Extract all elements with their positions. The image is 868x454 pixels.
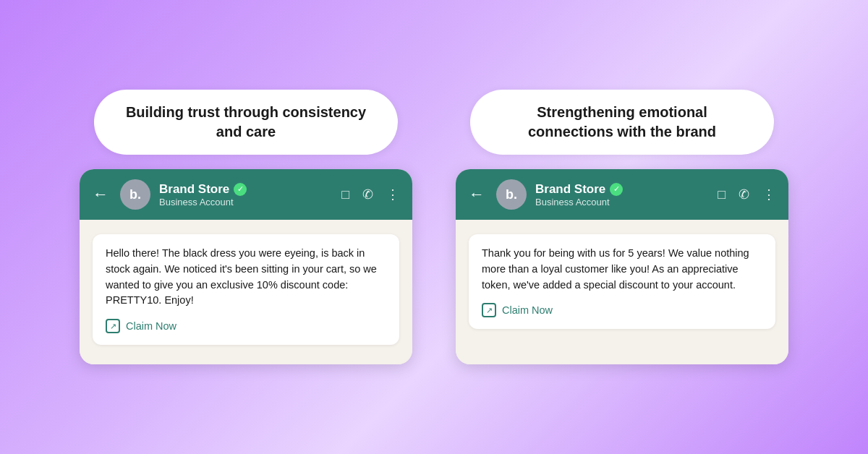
header-subtitle-2: Business Account (535, 197, 709, 207)
phone-icon-1[interactable]: ✆ (362, 187, 373, 202)
verified-icon-1: ✓ (234, 183, 247, 196)
header-name-row-1: Brand Store ✓ (159, 182, 333, 197)
more-icon-2[interactable]: ⋮ (762, 187, 775, 202)
message-text-1: Hello there! The black dress you were ey… (106, 246, 386, 309)
main-container: Building trust through consistency and c… (0, 68, 868, 386)
message-text-2: Thank you for being with us for 5 years!… (482, 246, 762, 293)
phone-card-2: ← b. Brand Store ✓ Business Account □ ✆ (456, 169, 788, 364)
caption-1: Building trust through consistency and c… (94, 90, 398, 155)
header-info-1: Brand Store ✓ Business Account (159, 182, 333, 207)
video-icon-1[interactable]: □ (341, 187, 349, 202)
panel-1: Building trust through consistency and c… (72, 90, 420, 364)
avatar-2: b. (496, 179, 527, 210)
header-icons-1: □ ✆ ⋮ (341, 187, 399, 202)
header-info-2: Brand Store ✓ Business Account (535, 182, 709, 207)
chat-body-2: Thank you for being with us for 5 years!… (456, 220, 788, 364)
link-icon-2: ↗ (482, 303, 496, 317)
back-button-2[interactable]: ← (469, 185, 485, 204)
chat-body-1: Hello there! The black dress you were ey… (80, 220, 412, 364)
message-bubble-1: Hello there! The black dress you were ey… (93, 234, 399, 345)
message-bubble-2: Thank you for being with us for 5 years!… (469, 234, 775, 329)
phone-icon-2[interactable]: ✆ (739, 187, 749, 202)
panel-2: Strengthening emotional connections with… (448, 90, 796, 364)
chat-header-2: ← b. Brand Store ✓ Business Account □ ✆ (456, 169, 788, 220)
verified-icon-2: ✓ (610, 183, 623, 196)
video-icon-2[interactable]: □ (718, 187, 726, 202)
brand-name-2: Brand Store (535, 182, 605, 197)
link-icon-1: ↗ (106, 319, 120, 333)
caption-2: Strengthening emotional connections with… (470, 90, 774, 155)
back-button-1[interactable]: ← (93, 185, 109, 204)
chat-header-1: ← b. Brand Store ✓ Business Account □ ✆ (80, 169, 412, 220)
claim-now-link-2[interactable]: ↗ Claim Now (482, 303, 762, 317)
brand-name-1: Brand Store (159, 182, 229, 197)
header-name-row-2: Brand Store ✓ (535, 182, 709, 197)
header-subtitle-1: Business Account (159, 197, 333, 207)
claim-now-link-1[interactable]: ↗ Claim Now (106, 319, 386, 333)
avatar-1: b. (120, 179, 150, 210)
header-icons-2: □ ✆ ⋮ (718, 187, 775, 202)
more-icon-1[interactable]: ⋮ (386, 187, 399, 202)
phone-card-1: ← b. Brand Store ✓ Business Account □ ✆ (80, 169, 412, 364)
